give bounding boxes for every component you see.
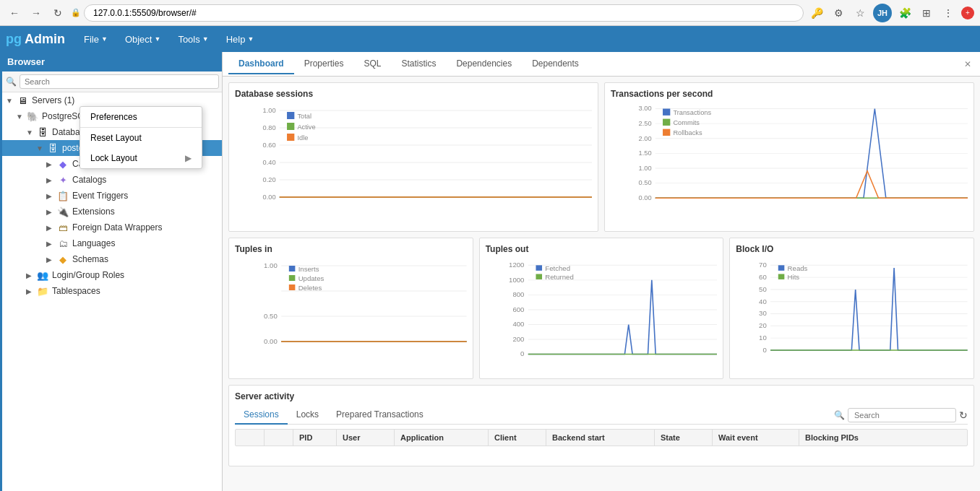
activity-tabs: Sessions Locks Prepared Transactions 🔍 ↻ (235, 406, 968, 425)
activity-search: 🔍 ↻ (834, 408, 968, 422)
server-icon: 🐘 (26, 110, 39, 123)
sidebar-item-label: Event Triggers (72, 191, 128, 201)
url-bar[interactable] (84, 4, 804, 22)
roles-icon: 👥 (36, 269, 49, 282)
transactions-panel: Transactions per second 3.0 (604, 82, 974, 232)
menu-file[interactable]: File ▼ (77, 31, 115, 48)
tab-statistics[interactable]: Statistics (391, 54, 446, 74)
dashboard-content: Database sessions 1.00 0.80 (223, 77, 980, 491)
menu-tools-label: Tools (178, 34, 199, 45)
svg-text:1.00: 1.00 (263, 107, 276, 114)
sidebar-item-extensions[interactable]: ▶ 🔌 Extensions (0, 204, 222, 220)
settings-icon[interactable]: ⚙ (830, 4, 847, 22)
context-menu-item-label: Lock Layout (90, 153, 137, 163)
context-menu-preferences[interactable]: Preferences (80, 107, 202, 127)
tab-dependents[interactable]: Dependents (522, 54, 589, 74)
svg-rect-47 (289, 275, 296, 281)
fdw-icon: 🗃 (56, 221, 69, 234)
main-content: Dashboard Properties SQL Statistics Depe… (223, 52, 980, 491)
col-state: State (655, 430, 713, 446)
sidebar-item-label: Schemas (72, 254, 108, 264)
col-header-label: Backend start (552, 433, 605, 442)
activity-tab-prepared-tx[interactable]: Prepared Transactions (327, 406, 432, 425)
tab-label: SQL (364, 58, 381, 69)
svg-text:Idle: Idle (297, 134, 308, 142)
svg-text:30: 30 (759, 310, 767, 316)
refresh-button[interactable]: ↻ (49, 4, 66, 22)
star-icon[interactable]: ☆ (851, 4, 869, 22)
svg-text:Rollbacks: Rollbacks (673, 129, 702, 136)
sidebar-header: Browser (0, 52, 222, 71)
activity-search-input[interactable] (848, 408, 956, 422)
tuples-out-chart: 1200 1000 800 600 400 200 0 (486, 258, 718, 360)
tuples-in-chart: 1.00 0.50 0.00 Inserts Updates Deletes (235, 258, 467, 360)
block-io-svg: 70 60 50 40 30 20 10 0 (736, 258, 968, 360)
main-layout: Browser 🔍 ▼ 🖥 Servers (1) ▼ 🐘 PostgreSC.… (0, 52, 980, 491)
tab-dashboard[interactable]: Dashboard (228, 54, 294, 74)
submenu-arrow-icon: ▶ (185, 153, 192, 163)
back-button[interactable]: ← (6, 4, 23, 22)
sidebar-item-tablespaces[interactable]: ▶ 📁 Tablespaces (0, 283, 222, 299)
sidebar-item-label: Languages (72, 238, 115, 248)
refresh-activity-button[interactable]: ↻ (959, 409, 968, 421)
svg-text:Deletes: Deletes (298, 284, 322, 292)
menu-tools[interactable]: Tools ▼ (171, 31, 215, 48)
extensions-tree-icon: 🔌 (56, 205, 69, 218)
expand-icon: ▶ (26, 287, 36, 295)
tab-sql[interactable]: SQL (353, 54, 391, 74)
context-menu: Preferences Reset Layout Lock Layout ▶ (79, 106, 202, 169)
transactions-title: Transactions per second (611, 89, 968, 99)
activity-tab-sessions[interactable]: Sessions (235, 406, 288, 425)
sidebar-item-login-roles[interactable]: ▶ 👥 Login/Group Roles (0, 267, 222, 283)
database-icon: 🗄 (46, 142, 59, 155)
context-menu-lock-layout[interactable]: Lock Layout ▶ (80, 148, 202, 168)
tab-dependencies[interactable]: Dependencies (446, 54, 522, 74)
expand-icon: ▶ (26, 271, 36, 279)
tab-label: Dependents (532, 58, 579, 69)
sidebar-item-languages[interactable]: ▶ 🗂 Languages (0, 235, 222, 251)
notification-badge: + (961, 6, 974, 19)
charts-row-2: Tuples in 1.00 0.50 0.00 (228, 238, 974, 380)
expand-icon: ▶ (46, 224, 56, 232)
tuples-in-title: Tuples in (235, 244, 467, 254)
svg-rect-45 (289, 266, 296, 271)
server-activity-panel: Server activity Sessions Locks Prepared … (228, 385, 974, 466)
sidebar-item-fdw[interactable]: ▶ 🗃 Foreign Data Wrappers (0, 220, 222, 235)
menu-icon[interactable]: ⋮ (940, 4, 957, 22)
databases-icon: 🗄 (36, 126, 49, 139)
menu-object[interactable]: Object ▼ (118, 31, 168, 48)
forward-button[interactable]: → (27, 4, 45, 22)
menu-object-arrow: ▼ (154, 35, 160, 43)
catalogs-icon: ✦ (56, 173, 69, 186)
col-header-label: State (661, 433, 680, 442)
sidebar-search-input[interactable] (20, 74, 219, 89)
svg-text:0.20: 0.20 (263, 176, 276, 183)
expand-icon: ▶ (46, 160, 56, 168)
activity-tab-locks[interactable]: Locks (288, 406, 327, 425)
svg-rect-87 (778, 274, 785, 279)
tab-label: Properties (304, 58, 344, 69)
svg-text:Hits: Hits (788, 274, 800, 280)
activity-table-header: PID User Application Client Backend star… (235, 429, 968, 446)
svg-text:600: 600 (512, 306, 524, 313)
close-tab-button[interactable]: ✕ (961, 56, 974, 72)
expand-icon: ▼ (6, 97, 16, 105)
col-header-label: Client (494, 433, 517, 442)
db-sessions-panel: Database sessions 1.00 0.80 (228, 82, 598, 232)
svg-text:0: 0 (520, 350, 524, 357)
svg-rect-36 (663, 129, 670, 136)
menu-help[interactable]: Help ▼ (219, 31, 262, 48)
svg-text:0.00: 0.00 (639, 194, 652, 201)
apps-icon[interactable]: ⊞ (918, 4, 935, 22)
sidebar-item-catalogs[interactable]: ▶ ✦ Catalogs (0, 172, 222, 188)
col-header-label: Application (400, 433, 444, 442)
context-menu-reset-layout[interactable]: Reset Layout (80, 128, 202, 148)
sidebar-item-label: Tablespaces (52, 286, 100, 296)
svg-text:Returned: Returned (545, 274, 574, 280)
activity-tab-label: Prepared Transactions (336, 409, 424, 420)
tab-properties[interactable]: Properties (294, 54, 354, 74)
extensions-icon[interactable]: 🧩 (896, 4, 914, 22)
transactions-svg: 3.00 2.50 2.00 1.50 1.00 0.50 0.00 (611, 103, 968, 212)
sidebar-item-event-triggers[interactable]: ▶ 📋 Event Triggers (0, 188, 222, 204)
sidebar-item-schemas[interactable]: ▶ ◆ Schemas (0, 251, 222, 267)
